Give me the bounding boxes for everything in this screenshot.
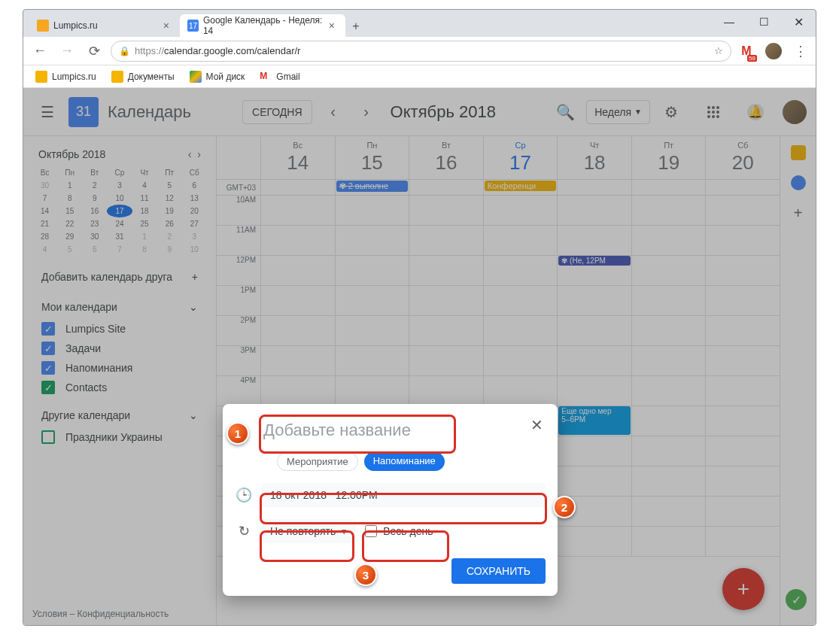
mini-cal-day[interactable]: 6: [182, 179, 207, 192]
mini-cal-day[interactable]: 13: [182, 192, 207, 205]
today-button[interactable]: СЕГОДНЯ: [242, 100, 312, 124]
tasks-icon[interactable]: [791, 175, 806, 190]
mini-cal-day[interactable]: 1: [132, 230, 157, 243]
tab-close-icon[interactable]: ×: [326, 20, 338, 32]
hour-cell[interactable]: [705, 497, 780, 526]
mini-cal-day[interactable]: 15: [57, 205, 82, 217]
mini-next-icon[interactable]: ›: [197, 148, 201, 160]
shield-icon[interactable]: ✓: [786, 589, 807, 610]
apps-icon[interactable]: [698, 97, 728, 127]
calendar-item[interactable]: Праздники Украины: [32, 427, 207, 447]
calendar-item[interactable]: ✓Задачи: [32, 339, 207, 358]
hour-cell[interactable]: ✾ (Не, 12PM: [557, 256, 631, 285]
hour-cell[interactable]: [557, 436, 631, 466]
mini-cal-day[interactable]: 26: [157, 217, 182, 230]
create-fab[interactable]: +: [722, 568, 765, 610]
mini-cal-day[interactable]: 10: [107, 192, 132, 205]
tab-calendar[interactable]: 17 Google Календарь - Неделя: 14 ×: [180, 14, 345, 37]
minimize-button[interactable]: —: [712, 10, 746, 34]
hour-cell[interactable]: [557, 316, 631, 345]
mini-cal-day[interactable]: 14: [32, 205, 57, 217]
datetime-input[interactable]: 18 окт 2018 12:00PM: [262, 483, 546, 507]
hour-cell[interactable]: [705, 256, 780, 285]
window-close-button[interactable]: ✕: [781, 10, 816, 34]
hour-cell[interactable]: [483, 376, 558, 406]
mini-cal-day[interactable]: 27: [182, 217, 207, 230]
day-header[interactable]: Вт16: [409, 136, 483, 179]
allday-cell[interactable]: [260, 180, 335, 195]
mini-cal-day[interactable]: 9: [157, 243, 182, 256]
hour-cell[interactable]: [631, 466, 706, 496]
hour-cell[interactable]: [557, 226, 631, 255]
mini-cal-day[interactable]: 22: [57, 217, 82, 230]
mini-cal-day[interactable]: 31: [107, 230, 132, 243]
title-input[interactable]: [262, 416, 450, 445]
hour-cell[interactable]: [409, 346, 483, 375]
mini-cal-day[interactable]: 28: [32, 230, 57, 243]
calendar-item[interactable]: ✓Lumpics Site: [32, 319, 207, 339]
mini-cal-day[interactable]: 19: [157, 205, 182, 217]
hour-cell[interactable]: [705, 527, 780, 556]
day-header[interactable]: Чт18: [557, 136, 631, 179]
hour-cell[interactable]: [409, 376, 483, 406]
bookmark-item[interactable]: Lumpics.ru: [29, 68, 102, 86]
add-addon-icon[interactable]: +: [791, 205, 806, 220]
mini-cal-day[interactable]: 6: [82, 243, 107, 256]
hour-cell[interactable]: [631, 406, 706, 436]
allday-cell[interactable]: ✾ 2 выполне: [335, 180, 409, 195]
tab-close-icon[interactable]: ×: [160, 20, 172, 32]
day-header[interactable]: Сб20: [705, 136, 780, 179]
mini-cal-day[interactable]: 7: [107, 243, 132, 256]
hour-cell[interactable]: [557, 376, 631, 406]
hour-cell[interactable]: [705, 346, 780, 375]
bookmark-item[interactable]: Документы: [105, 68, 181, 86]
mini-cal-day[interactable]: 16: [82, 205, 107, 217]
repeat-select[interactable]: Не повторять▼: [262, 519, 356, 543]
event-chip[interactable]: ✾ 2 выполне: [336, 181, 409, 192]
event-block[interactable]: Еще одно мер 5–6PM: [558, 406, 631, 435]
day-header[interactable]: Пн15: [335, 136, 409, 179]
hour-cell[interactable]: [483, 256, 558, 285]
hour-cell[interactable]: [705, 226, 780, 255]
save-button[interactable]: СОХРАНИТЬ: [451, 558, 546, 584]
mini-cal-day[interactable]: 12: [157, 192, 182, 205]
view-select[interactable]: Неделя▼: [586, 100, 650, 124]
hour-cell[interactable]: [409, 286, 483, 315]
day-header[interactable]: Вс14: [260, 136, 335, 179]
mini-cal-day[interactable]: 24: [107, 217, 132, 230]
hour-cell[interactable]: [483, 226, 558, 255]
hour-cell[interactable]: [335, 316, 409, 345]
checkbox-icon[interactable]: ✓: [41, 381, 55, 394]
bookmark-item[interactable]: Мой диск: [184, 68, 251, 86]
mini-cal-day[interactable]: 3: [107, 179, 132, 192]
hamburger-icon[interactable]: ☰: [32, 97, 62, 127]
mini-cal-day[interactable]: 25: [132, 217, 157, 230]
mini-cal-day[interactable]: 17: [107, 205, 132, 217]
hour-cell[interactable]: [335, 376, 409, 406]
hour-cell[interactable]: [705, 436, 780, 466]
hour-cell[interactable]: [631, 316, 706, 345]
allday-cell[interactable]: [409, 180, 483, 195]
mini-cal-day[interactable]: 5: [57, 243, 82, 256]
day-header[interactable]: Пт19: [631, 136, 706, 179]
mini-cal-day[interactable]: 29: [57, 230, 82, 243]
hour-cell[interactable]: [335, 346, 409, 375]
hour-cell[interactable]: [409, 226, 483, 255]
hour-cell[interactable]: [260, 226, 335, 255]
calendar-item[interactable]: ✓Напоминания: [32, 358, 207, 378]
hour-cell[interactable]: [631, 436, 706, 466]
mini-cal-day[interactable]: 11: [132, 192, 157, 205]
hour-cell[interactable]: [705, 286, 780, 315]
hour-cell[interactable]: [557, 466, 631, 496]
mini-cal-day[interactable]: 30: [32, 179, 57, 192]
hour-cell[interactable]: [483, 316, 558, 345]
hour-cell[interactable]: [631, 497, 706, 526]
mini-cal-day[interactable]: 18: [132, 205, 157, 217]
hour-cell[interactable]: [631, 376, 706, 406]
calendar-item[interactable]: ✓Contacts: [32, 378, 207, 397]
mini-cal-day[interactable]: 4: [32, 243, 57, 256]
mini-cal-day[interactable]: 5: [157, 179, 182, 192]
bookmark-item[interactable]: MGmail: [254, 68, 306, 86]
hour-cell[interactable]: [705, 196, 780, 225]
event-block[interactable]: ✾ (Не, 12PM: [558, 256, 631, 266]
